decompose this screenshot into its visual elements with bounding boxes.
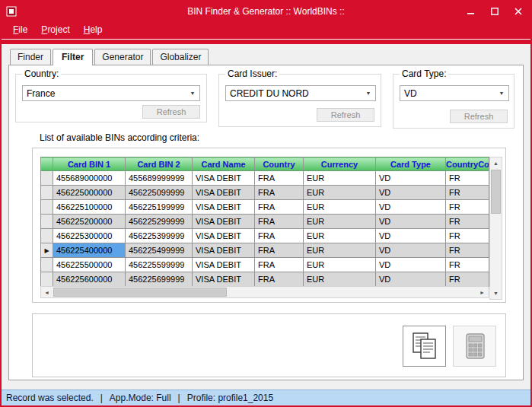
grid-cell[interactable]: EUR	[304, 186, 376, 200]
grid-cell[interactable]: VD	[376, 258, 446, 272]
column-header[interactable]: Card Name	[193, 157, 255, 171]
grid-cell[interactable]: 455689000000	[53, 171, 126, 186]
grid-cell[interactable]: FRA	[255, 243, 304, 258]
tab-globalizer[interactable]: Globalizer	[152, 49, 209, 65]
grid-cell[interactable]: VISA DEBIT	[193, 171, 255, 186]
grid-cell[interactable]: VISA DEBIT	[193, 272, 255, 287]
country-refresh-button[interactable]: Refresh	[142, 105, 200, 119]
grid-cell[interactable]: 456225099999	[126, 186, 193, 200]
grid-cell[interactable]: EUR	[304, 272, 376, 287]
grid-cell[interactable]: FR	[446, 258, 489, 272]
card-issuer-combobox[interactable]: CREDIT DU NORD ▼	[225, 85, 376, 101]
maximize-icon[interactable]	[486, 5, 503, 17]
scroll-down-icon[interactable]: ▼	[490, 288, 502, 299]
grid-cell[interactable]: 456225299999	[126, 215, 193, 229]
grid-cell[interactable]: FRA	[255, 272, 304, 287]
grid-cell[interactable]: FR	[446, 200, 489, 215]
grid-cell[interactable]: FR	[446, 229, 489, 243]
grid-cell[interactable]: VISA DEBIT	[193, 229, 255, 243]
vertical-scrollbar[interactable]: ▲ ▼	[489, 157, 502, 300]
row-selector[interactable]	[41, 272, 53, 287]
horizontal-scroll-thumb[interactable]	[53, 288, 227, 297]
grid-cell[interactable]: 456225200000	[53, 215, 126, 229]
menu-file[interactable]: File	[6, 23, 34, 37]
grid-cell[interactable]: FR	[446, 186, 489, 200]
current-row-arrow-icon[interactable]: ▶	[41, 243, 53, 258]
grid-cell[interactable]: VD	[376, 200, 446, 215]
copy-documents-button[interactable]	[403, 326, 446, 367]
grid-cell[interactable]: EUR	[304, 243, 376, 258]
column-header[interactable]: Card BIN 1	[53, 157, 126, 171]
tab-generator[interactable]: Generator	[94, 49, 151, 65]
row-selector[interactable]	[41, 258, 53, 272]
grid-cell[interactable]: VD	[376, 186, 446, 200]
grid-cell[interactable]: 456225699999	[126, 272, 193, 287]
calculator-button[interactable]	[453, 326, 496, 367]
grid-cell[interactable]: FRA	[255, 186, 304, 200]
row-selector[interactable]	[41, 171, 53, 186]
row-selector[interactable]	[41, 186, 53, 200]
grid-cell[interactable]: 456225199999	[126, 200, 193, 215]
grid-cell[interactable]: 456225300000	[53, 229, 126, 243]
grid-cell[interactable]: VD	[376, 215, 446, 229]
grid-cell[interactable]: 456225500000	[53, 258, 126, 272]
grid-cell[interactable]: VISA DEBIT	[193, 200, 255, 215]
grid-cell[interactable]: 456225000000	[53, 186, 126, 200]
country-combobox[interactable]: France ▼	[22, 85, 200, 101]
grid-cell[interactable]: 456225399999	[126, 229, 193, 243]
grid-cell[interactable]: VD	[376, 171, 446, 186]
column-header[interactable]: Country	[255, 157, 304, 171]
grid-cell[interactable]: 456225599999	[126, 258, 193, 272]
grid-cell[interactable]: FR	[446, 243, 489, 258]
grid-cell[interactable]: FRA	[255, 258, 304, 272]
grid-cell[interactable]: EUR	[304, 171, 376, 186]
grid-cell[interactable]: EUR	[304, 200, 376, 215]
column-header[interactable]: Currency	[304, 157, 376, 171]
row-selector-header[interactable]	[41, 157, 53, 171]
grid-cell[interactable]: EUR	[304, 215, 376, 229]
column-header[interactable]: CountryCod	[446, 157, 489, 171]
grid-cell[interactable]: FRA	[255, 200, 304, 215]
chevron-down-icon[interactable]: ▼	[362, 86, 375, 100]
vertical-scroll-thumb[interactable]	[491, 170, 501, 214]
grid-cell[interactable]: VD	[376, 243, 446, 258]
grid-cell[interactable]: VISA DEBIT	[193, 215, 255, 229]
menu-project[interactable]: Project	[34, 23, 76, 37]
grid-cell[interactable]: FR	[446, 215, 489, 229]
grid-cell[interactable]: FR	[446, 171, 489, 186]
scroll-up-icon[interactable]: ▲	[490, 157, 502, 169]
grid-cell[interactable]: 456225499999	[126, 243, 193, 258]
grid-cell[interactable]: VISA DEBIT	[193, 186, 255, 200]
card-type-refresh-button[interactable]: Refresh	[450, 110, 508, 123]
tab-finder[interactable]: Finder	[10, 49, 51, 65]
grid-cell[interactable]: VISA DEBIT	[193, 258, 255, 272]
grid-cell[interactable]: VD	[376, 229, 446, 243]
chevron-down-icon[interactable]: ▼	[495, 86, 508, 100]
horizontal-scrollbar[interactable]: ◄ ►	[40, 286, 489, 298]
grid-cell[interactable]: 456225100000	[53, 200, 126, 215]
grid-cell[interactable]: VD	[376, 272, 446, 287]
grid-cell[interactable]: 455689999999	[126, 171, 193, 186]
tab-filter[interactable]: Filter	[53, 49, 93, 65]
grid-cell[interactable]: EUR	[304, 258, 376, 272]
scroll-left-icon[interactable]: ◄	[41, 287, 53, 297]
column-header[interactable]: Card BIN 2	[126, 157, 193, 171]
row-selector[interactable]	[41, 200, 53, 215]
grid-cell[interactable]: 456225600000	[53, 272, 126, 287]
chevron-down-icon[interactable]: ▼	[186, 86, 199, 100]
row-selector[interactable]	[41, 229, 53, 243]
close-icon[interactable]	[510, 5, 527, 17]
grid-cell[interactable]: EUR	[304, 229, 376, 243]
grid-cell[interactable]: VISA DEBIT	[193, 243, 255, 258]
grid-cell[interactable]: FRA	[255, 229, 304, 243]
grid-cell[interactable]: 456225400000	[53, 243, 126, 258]
grid-cell[interactable]: FRA	[255, 215, 304, 229]
minimize-icon[interactable]	[463, 5, 479, 17]
grid-cell[interactable]: FR	[446, 272, 489, 287]
menu-help[interactable]: Help	[77, 23, 110, 37]
card-issuer-refresh-button[interactable]: Refresh	[317, 108, 374, 122]
row-selector[interactable]	[41, 215, 53, 229]
grid-cell[interactable]: FRA	[255, 171, 304, 186]
card-type-combobox[interactable]: VD ▼	[400, 85, 509, 101]
column-header[interactable]: Card Type	[376, 157, 446, 171]
